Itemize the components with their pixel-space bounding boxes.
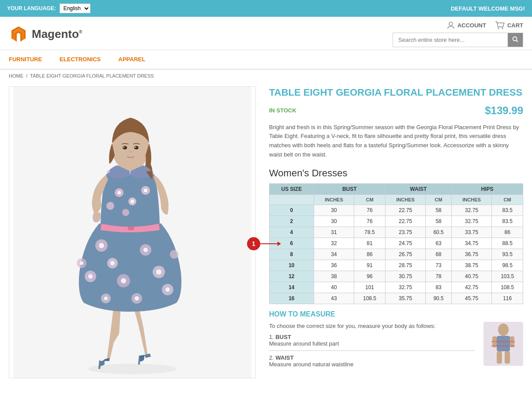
cell-hips-cm: 86 (492, 227, 523, 238)
cell-hips-cm: 98.5 (492, 260, 523, 271)
account-link[interactable]: ACCOUNT (447, 21, 486, 29)
how-to-steps: 1. BUST Measure around fullest part 2. W… (269, 334, 475, 368)
col-bust: BUST (314, 183, 385, 194)
search-bar[interactable] (393, 33, 523, 47)
stock-status: IN STOCK (269, 107, 296, 114)
account-icon (447, 21, 455, 29)
svg-point-30 (117, 191, 121, 194)
svg-point-20 (135, 296, 139, 301)
cell-bust-cm: 81 (354, 238, 386, 249)
breadcrumb: HOME / TABLE EIGHT GEORGIA FLORAL PLACEM… (0, 70, 532, 82)
nav-item-furniture[interactable]: FURNITURE (9, 50, 42, 70)
cell-bust-in: 30 (314, 205, 354, 216)
logo[interactable]: Magento® (9, 25, 82, 44)
svg-point-40 (123, 146, 127, 149)
table-row: 6 32 81 24.75 63 34.75 88.5 (270, 238, 523, 249)
annotation-badge: 1 (247, 237, 278, 250)
breadcrumb-separator: / (26, 73, 27, 78)
how-to-title: HOW TO MEASURE (269, 310, 523, 318)
cell-waist-cm: 58 (426, 216, 452, 227)
cell-size: 8 (270, 249, 314, 260)
nav-item-electronics[interactable]: ELECTRONICS (60, 50, 101, 70)
svg-point-35 (122, 209, 129, 216)
svg-point-27 (170, 250, 179, 259)
cell-waist-cm: 90.5 (426, 293, 452, 304)
svg-rect-49 (497, 351, 502, 364)
cell-hips-in: 36.75 (451, 249, 491, 260)
cell-bust-in: 34 (314, 249, 354, 260)
product-image-column (9, 86, 256, 378)
subheader-waist-in: INCHES (385, 194, 425, 205)
svg-point-36 (106, 202, 114, 210)
cell-hips-in: 33.75 (451, 227, 491, 238)
cell-waist-cm: 58 (426, 205, 452, 216)
svg-point-43 (135, 147, 136, 148)
main-content: TABLE EIGHT GEORGIA FLORAL PLACEMENT DRE… (0, 82, 532, 383)
cell-waist-in: 23.75 (385, 227, 425, 238)
size-table-subheader-row: INCHES CM INCHES CM INCHES CM (270, 194, 523, 205)
cell-hips-cm: 116 (492, 293, 523, 304)
table-row: 14 40 101 32.75 83 42.75 108.5 (270, 282, 523, 293)
product-description: Bright and fresh is in this Spring/Summe… (269, 123, 523, 160)
svg-rect-46 (497, 336, 510, 351)
step-1-num: 1. (269, 334, 274, 340)
svg-point-32 (131, 200, 134, 203)
svg-point-12 (88, 274, 93, 279)
cell-waist-in: 28.75 (385, 260, 425, 271)
top-bar: YOUR LANGUAGE: English DEFAULT WELCOME M… (0, 0, 532, 17)
nav-item-apparel[interactable]: APPAREL (118, 50, 145, 70)
search-button[interactable] (508, 33, 523, 47)
main-nav: FURNITURE ELECTRONICS APPAREL (0, 50, 532, 70)
cell-waist-cm: 63 (426, 238, 452, 249)
language-selector-area[interactable]: YOUR LANGUAGE: English (7, 4, 90, 13)
cell-hips-in: 38.75 (451, 260, 491, 271)
cell-bust-in: 31 (314, 227, 354, 238)
product-title: TABLE EIGHT GEORGIA FLORAL PLACEMENT DRE… (269, 86, 523, 99)
col-hips: HIPS (451, 183, 523, 194)
col-us-size: US SIZE (270, 183, 314, 194)
table-row: 4 31 78.5 23.75 60.5 33.75 86 (270, 227, 523, 238)
cart-link[interactable]: CART (495, 21, 523, 29)
col-waist: WAIST (385, 183, 451, 194)
svg-point-0 (449, 22, 453, 26)
svg-point-42 (123, 147, 125, 148)
cell-waist-in: 30.75 (385, 271, 425, 282)
cell-waist-in: 26.75 (385, 249, 425, 260)
cell-waist-cm: 78 (426, 271, 452, 282)
svg-point-2 (502, 28, 503, 29)
search-input[interactable] (393, 34, 508, 46)
cart-label: CART (507, 22, 523, 29)
how-to-measure-section: HOW TO MEASURE To choose the correct siz… (269, 310, 523, 368)
cell-bust-cm: 86 (354, 249, 386, 260)
cell-bust-in: 32 (314, 238, 354, 249)
breadcrumb-current: TABLE EIGHT GEORGIA FLORAL PLACEMENT DRE… (30, 73, 154, 78)
cell-size: 0 (270, 205, 314, 216)
step-2-num: 2. (269, 354, 274, 361)
step-2: 2. WAIST (269, 354, 475, 361)
logo-text: Magento® (32, 27, 82, 41)
product-image-container (9, 86, 256, 378)
badge-arrow-line (260, 243, 278, 244)
cell-hips-in: 32.75 (451, 205, 491, 216)
cell-waist-in: 22.75 (385, 216, 425, 227)
subheader-hips-cm: CM (492, 194, 523, 205)
svg-point-16 (143, 248, 148, 252)
cell-size: 4 (270, 227, 314, 238)
cart-icon (495, 21, 505, 29)
cell-bust-cm: 76 (354, 216, 386, 227)
header-actions: ACCOUNT CART (447, 21, 523, 29)
how-to-text-area: To choose the correct size for you, meas… (269, 322, 475, 368)
product-price: $139.99 (485, 104, 523, 117)
svg-point-10 (110, 261, 115, 265)
language-select[interactable]: English (60, 4, 90, 13)
subheader-empty (270, 194, 314, 205)
cell-bust-cm: 78.5 (354, 227, 386, 238)
size-table: US SIZE BUST WAIST HIPS INCHES CM INCHES… (269, 183, 523, 304)
svg-point-14 (121, 278, 126, 283)
step-2-label: WAIST (275, 354, 293, 361)
size-guide-title: Women's Dresses (269, 168, 523, 179)
breadcrumb-home[interactable]: HOME (9, 73, 23, 78)
magento-logo-icon (9, 25, 28, 44)
badge-number: 1 (247, 237, 260, 250)
cell-waist-cm: 60.5 (426, 227, 452, 238)
